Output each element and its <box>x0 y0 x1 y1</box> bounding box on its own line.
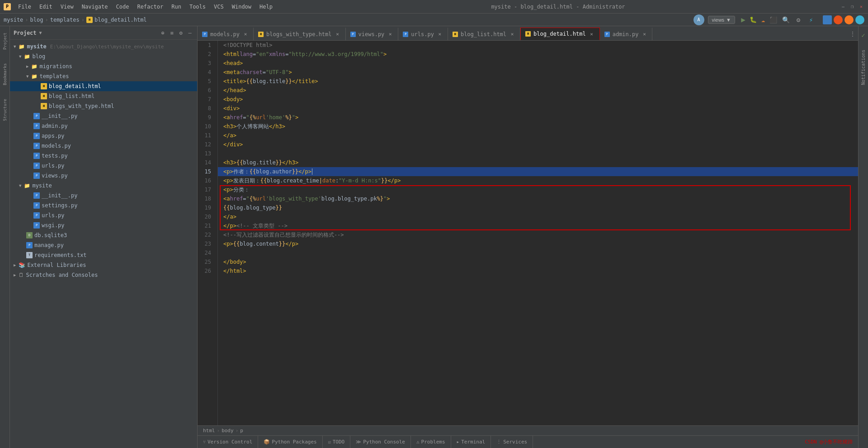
icon-chrome-devtools[interactable] <box>823 15 832 24</box>
notifications-label[interactable]: Notifications <box>861 50 866 85</box>
bottom-tab-services[interactable]: ⋮ Services <box>491 436 533 448</box>
tab-overflow-button[interactable]: ⋮ <box>847 28 858 40</box>
fold-arrow-migrations[interactable]: ▶ <box>26 64 28 69</box>
tree-item-external-libs[interactable]: ▶ 📚 External Libraries <box>10 260 197 270</box>
fold-arrow-blog[interactable]: ▼ <box>19 54 21 59</box>
menu-edit[interactable]: Edit <box>36 3 56 11</box>
tree-item-models-py[interactable]: P models.py <box>10 141 197 151</box>
tab-views-py[interactable]: P views.py ✕ <box>346 28 399 40</box>
views-button[interactable]: views ▼ <box>708 16 735 24</box>
tree-item-scratches[interactable]: ▶ 🗒 Scratches and Consoles <box>10 270 197 280</box>
menu-view[interactable]: View <box>57 3 77 11</box>
structure-panel-label[interactable]: Structure <box>3 99 7 121</box>
tab-close-urls[interactable]: ✕ <box>437 31 443 37</box>
bottom-tab-todo[interactable]: ☑ TODO <box>323 436 351 448</box>
bottom-breadcrumb-body[interactable]: body <box>222 428 234 434</box>
tab-close-blog-list[interactable]: ✕ <box>509 31 515 37</box>
maximize-button[interactable]: ❐ <box>849 4 855 10</box>
tree-item-blogs-with-type[interactable]: H blogs_with_type.html <box>10 101 197 111</box>
tree-item-blog[interactable]: ▼ 📁 blog <box>10 51 197 61</box>
tab-models-py[interactable]: P models.py ✕ <box>198 28 254 40</box>
menu-code[interactable]: Code <box>113 3 133 11</box>
tab-close-views[interactable]: ✕ <box>387 31 393 37</box>
tab-blog-detail[interactable]: H blog_detail.html ✕ <box>520 28 600 40</box>
tree-item-db-sqlite[interactable]: D db.sqlite3 <box>10 230 197 240</box>
power-button[interactable]: ⚡ <box>807 15 816 24</box>
menu-tools[interactable]: Tools <box>186 3 209 11</box>
menu-window[interactable]: Window <box>228 3 255 11</box>
profile-button[interactable]: ⬛ <box>769 15 778 24</box>
coverage-button[interactable]: ☁ <box>759 15 768 24</box>
tree-item-mysite-root[interactable]: ▼ 📁 mysite E:\about_Django\test\mysite_e… <box>10 42 197 51</box>
bottom-breadcrumb-p[interactable]: p <box>240 428 243 434</box>
tree-item-blog-detail[interactable]: H blog_detail.html <box>10 81 197 91</box>
tab-blogs-with-type[interactable]: H blogs_with_type.html ✕ <box>254 28 346 40</box>
code-line-23: <p> {{ blog.content }} </p> <box>218 239 858 248</box>
search-button[interactable]: 🔍 <box>781 15 790 24</box>
bottom-tab-label-console: Python Console <box>363 439 405 445</box>
menu-vcs[interactable]: VCS <box>210 3 227 11</box>
tab-close-blog-detail[interactable]: ✕ <box>589 31 595 37</box>
bottom-tab-python-console[interactable]: ≫ Python Console <box>350 436 411 448</box>
panel-settings-button[interactable]: ⚙ <box>177 29 184 37</box>
panel-dropdown-arrow[interactable]: ▼ <box>39 30 42 35</box>
breadcrumb-blog[interactable]: blog <box>30 17 43 23</box>
icon-safari[interactable] <box>844 15 854 24</box>
tab-close-blogs-with-type[interactable]: ✕ <box>335 31 341 37</box>
tab-blog-list[interactable]: H blog_list.html ✕ <box>448 28 520 40</box>
icon-edge[interactable] <box>855 15 864 24</box>
bottom-breadcrumb-html[interactable]: html <box>203 428 215 434</box>
bottom-tab-version-control[interactable]: ⑂ Version Control <box>198 436 258 448</box>
tree-item-blog-list[interactable]: H blog_list.html <box>10 91 197 101</box>
tree-item-settings-py[interactable]: P settings.py <box>10 201 197 210</box>
tree-item-migrations[interactable]: ▶ 📁 migrations <box>10 61 197 71</box>
panel-hide-button[interactable]: — <box>186 29 193 37</box>
breadcrumb-templates[interactable]: templates <box>50 17 80 23</box>
tree-item-admin-py[interactable]: P admin.py <box>10 121 197 131</box>
icon-firefox[interactable] <box>834 15 843 24</box>
close-button[interactable]: ✕ <box>858 4 864 10</box>
tab-close-models[interactable]: ✕ <box>242 31 249 37</box>
tab-close-admin[interactable]: ✕ <box>641 31 647 37</box>
tab-urls-py[interactable]: P urls.py ✕ <box>398 28 448 40</box>
menu-navigate[interactable]: Navigate <box>78 3 112 11</box>
panel-locate-button[interactable]: ⊕ <box>159 29 166 37</box>
tree-item-mysite-sub[interactable]: ▼ 📁 mysite <box>10 181 197 191</box>
panel-collapse-button[interactable]: ≡ <box>168 29 175 37</box>
fold-arrow-mysite-sub[interactable]: ▼ <box>19 183 21 188</box>
tree-item-init-py[interactable]: P __init__.py <box>10 111 197 121</box>
menu-refactor[interactable]: Refactor <box>133 3 167 11</box>
menu-run[interactable]: Run <box>168 3 185 11</box>
project-panel-label[interactable]: Project <box>3 33 7 50</box>
tree-item-wsgi-py[interactable]: P wsgi.py <box>10 220 197 230</box>
fold-arrow-scratches[interactable]: ▶ <box>14 273 16 277</box>
fold-arrow-mysite[interactable]: ▼ <box>14 44 16 49</box>
tree-item-apps-py[interactable]: P apps.py <box>10 131 197 141</box>
menu-file[interactable]: File <box>14 3 35 11</box>
tree-item-manage-py[interactable]: P manage.py <box>10 240 197 250</box>
tab-admin-py[interactable]: P admin.py ✕ <box>600 28 653 40</box>
tree-item-init-py2[interactable]: P __init__.py <box>10 191 197 201</box>
code-content[interactable]: <!DOCTYPE html> <html lang = "en" xmlns … <box>218 41 858 425</box>
tree-item-urls-py2[interactable]: P urls.py <box>10 210 197 220</box>
menu-help[interactable]: Help <box>256 3 276 11</box>
bookmarks-panel-label[interactable]: Bookmarks <box>3 63 7 85</box>
debug-button[interactable]: 🐛 <box>749 15 758 24</box>
tree-item-templates[interactable]: ▼ 📁 templates <box>10 71 197 81</box>
settings-button[interactable]: ⚙ <box>794 15 803 24</box>
run-button[interactable]: ▶ <box>739 15 748 24</box>
fold-arrow-ext-libs[interactable]: ▶ <box>14 263 16 267</box>
code-line-15: <p> 作者： {{ blog.author }} </p> <box>218 167 858 176</box>
tree-item-tests-py[interactable]: P tests.py <box>10 151 197 161</box>
tree-label-wsgi-py: wsgi.py <box>42 222 65 229</box>
minimize-button[interactable]: — <box>840 4 846 10</box>
tree-item-urls-py[interactable]: P urls.py <box>10 161 197 171</box>
bottom-tab-python-packages[interactable]: 📦 Python Packages <box>258 436 322 448</box>
line-num-15: 15 <box>198 167 214 176</box>
tree-item-views-py[interactable]: P views.py <box>10 171 197 181</box>
bottom-tab-terminal[interactable]: ▸ Terminal <box>451 436 491 448</box>
fold-arrow-templates[interactable]: ▼ <box>26 74 28 79</box>
bottom-tab-problems[interactable]: ⚠ Problems <box>411 436 451 448</box>
tree-item-requirements-txt[interactable]: T requirements.txt <box>10 250 197 260</box>
breadcrumb-mysite[interactable]: mysite <box>4 17 23 23</box>
